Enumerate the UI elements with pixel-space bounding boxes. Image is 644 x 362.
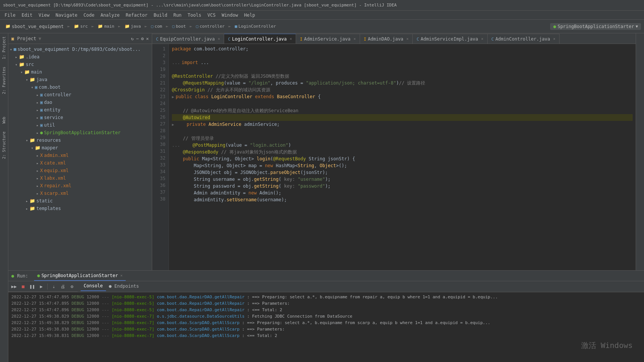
side-tab-project[interactable]: 1: Project: [2, 36, 6, 59]
fold-marker[interactable]: ...: [172, 143, 180, 148]
log-line: 2022-12-27 15:47:47.896 DEBUG 12000 --- …: [11, 307, 641, 313]
side-tab-web[interactable]: Web: [2, 117, 6, 124]
code-line-21: @RequestMapping(value = "/login", produc…: [172, 80, 633, 86]
code-line-25: // @Autowired的作用是自动注入依赖的ServiceBean: [172, 107, 633, 114]
fold-icon[interactable]: ▶: [172, 95, 174, 99]
tab-close-AdminController[interactable]: ×: [553, 37, 555, 41]
log-line: 2022-12-27 15:47:47.895 DEBUG 12000 --- …: [11, 300, 641, 307]
code-line-28: [172, 128, 633, 135]
run-pause-btn[interactable]: ❚❚: [28, 282, 36, 291]
hide-icon[interactable]: ✕: [146, 36, 149, 41]
fold-icon[interactable]: ▶: [172, 122, 174, 127]
code-line-32: public Map<String, Object> login(@Reques…: [172, 155, 633, 162]
editor-tab-AdminServiceImpl[interactable]: CAdminServiceImpl.java×: [413, 34, 487, 44]
left-side-tabs: 1: Project 2: Favorites Web 2: Structure: [0, 33, 8, 362]
breadcrumb-com[interactable]: ▢ com: [149, 23, 165, 30]
code-line-37: Admin adminEntity = new Admin();: [172, 190, 633, 196]
tree-item-templates[interactable]: ▸📁templates: [8, 205, 152, 212]
menu-item-vcs[interactable]: VCS: [204, 12, 219, 19]
tree-item-static[interactable]: ▸📁static: [8, 197, 152, 205]
tree-item-controller[interactable]: ▸▣controller: [8, 91, 152, 99]
run-scroll-end-btn[interactable]: ⇣: [50, 282, 58, 291]
editor-tab-AdminService[interactable]: IAdminService.java×: [296, 34, 360, 44]
breadcrumb-main[interactable]: 📁 main: [95, 23, 117, 30]
tree-item-equip.xml[interactable]: ▸Xequip.xml: [8, 167, 152, 174]
menu-item-window[interactable]: Window: [218, 12, 241, 19]
tab-close-EquipController[interactable]: ×: [218, 37, 220, 41]
run-settings-btn[interactable]: ⚙: [68, 282, 76, 291]
project-tree: ▾■sboot_vue_equipment D:/tmp/6893/Code/s…: [8, 44, 152, 270]
tree-item-repair.xml[interactable]: ▸Xrepair.xml: [8, 182, 152, 190]
run-config-selector[interactable]: ● SpringBootApplicationStarter ▼: [550, 23, 641, 30]
code-line-35: String username = obj.getString( key: "u…: [172, 176, 633, 183]
run-tab-endpoints[interactable]: ● Endpoints: [106, 281, 142, 291]
breadcrumb-controller[interactable]: ▢ controller: [194, 23, 227, 30]
tree-item-mapper[interactable]: ▾📁mapper: [8, 144, 152, 152]
run-restart-btn[interactable]: ▶▶: [10, 282, 18, 291]
side-tab-favorites[interactable]: 2: Favorites: [2, 67, 6, 94]
tab-close-AdminServiceImpl[interactable]: ×: [481, 37, 483, 41]
tree-item-admin.xml[interactable]: ▸Xadmin.xml: [8, 152, 152, 159]
breadcrumb-java[interactable]: 📁 java: [122, 23, 143, 30]
collapse-icon[interactable]: −: [136, 36, 139, 41]
run-config-name: SpringBootApplicationStarter: [558, 24, 634, 29]
log-line: 2022-12-27 15:49:38.829 DEBUG 12000 --- …: [11, 320, 641, 326]
menu-item-build[interactable]: Build: [151, 12, 170, 19]
code-editor[interactable]: 1231920212223242526272829303132333435363…: [152, 44, 636, 270]
tab-close-LoginController[interactable]: ×: [290, 37, 292, 41]
tree-item-idea[interactable]: ▸📁.idea: [8, 53, 152, 61]
breadcrumb-src-label: src: [80, 24, 88, 29]
side-tab-structure[interactable]: 2: Structure: [2, 132, 6, 159]
tree-item-main[interactable]: ▾📁main: [8, 68, 152, 76]
code-line-24: [172, 100, 633, 107]
breadcrumb-src[interactable]: 📁 src: [72, 23, 90, 30]
breadcrumb-logincontroller[interactable]: ■ LoginController: [232, 23, 278, 30]
tree-item-cate.xml[interactable]: ▸Xcate.xml: [8, 159, 152, 167]
tree-item-util[interactable]: ▸▣util: [8, 121, 152, 129]
code-line-26: @Autowired: [172, 114, 633, 121]
run-print-btn[interactable]: 🖨: [59, 282, 67, 291]
breadcrumb-boot[interactable]: ▢ boot: [170, 23, 188, 30]
menu-item-analyze[interactable]: Analyze: [97, 12, 123, 19]
settings-icon[interactable]: ⚙: [141, 36, 144, 41]
tree-item-SpringBootApplicationStarter[interactable]: ▸●SpringBootApplicationStarter: [8, 129, 152, 136]
menu-item-help[interactable]: Help: [241, 12, 258, 19]
tree-item-dao[interactable]: ▸▣dao: [8, 99, 152, 106]
menu-item-tools[interactable]: Tools: [185, 12, 204, 19]
tree-item-com.boot[interactable]: ▾▣com.boot: [8, 83, 152, 91]
run-panel: ● Run: ● SpringBootApplicationStarter ✕ …: [8, 270, 644, 354]
run-app-name[interactable]: ● SpringBootApplicationStarter ✕: [34, 271, 126, 281]
menu-item-file[interactable]: File: [2, 12, 19, 19]
editor-tab-AdminController[interactable]: CAdminController.java×: [488, 34, 560, 44]
fold-marker[interactable]: ...: [172, 60, 180, 65]
code-line-31: @ResponseBody // 将java对象转为json格式的数据: [172, 149, 633, 155]
code-content[interactable]: package com.boot.controller;...import ..…: [169, 44, 636, 270]
sync-icon[interactable]: ↻: [131, 36, 134, 41]
menu-item-refactor[interactable]: Refactor: [123, 12, 151, 19]
code-line-23: ▶public class LoginController extends Ba…: [172, 93, 633, 100]
tree-item-resources[interactable]: ▾📁resources: [8, 136, 152, 144]
editor-tab-AdminDAO[interactable]: IAdminDAO.java×: [360, 34, 413, 44]
menu-item-navigate[interactable]: Navigate: [53, 12, 81, 19]
tree-item-java[interactable]: ▾📁java: [8, 76, 152, 83]
tab-close-AdminDAO[interactable]: ×: [406, 37, 409, 41]
menu-item-run[interactable]: Run: [170, 12, 185, 19]
tree-item-scarp.xml[interactable]: ▸Xscarp.xml: [8, 190, 152, 197]
code-line-20: @RestController //定义为控制器 返回JSON类型数据: [172, 73, 633, 80]
tree-item-sboot_vue_equipment[interactable]: ▾■sboot_vue_equipment D:/tmp/6893/Code/s…: [8, 45, 152, 53]
title-bar: sboot_vue_equipment [D:\tmp\6893\Code\sb…: [0, 0, 644, 11]
run-resume-btn[interactable]: ▶: [37, 282, 45, 291]
run-tab-console[interactable]: Console: [81, 281, 106, 291]
run-tabs: Console ● Endpoints: [81, 281, 142, 292]
menu-item-code[interactable]: Code: [81, 12, 98, 19]
menu-item-view[interactable]: View: [36, 12, 53, 19]
tree-item-entity[interactable]: ▸▣entity: [8, 106, 152, 114]
tab-close-AdminService[interactable]: ×: [354, 37, 356, 41]
tree-item-service[interactable]: ▸▣service: [8, 114, 152, 121]
menu-item-edit[interactable]: Edit: [19, 12, 36, 19]
editor-tab-LoginController[interactable]: CLoginController.java×: [224, 34, 296, 44]
tree-item-labx.xml[interactable]: ▸Xlabx.xml: [8, 174, 152, 182]
tree-item-src[interactable]: ▾📁src: [8, 61, 152, 68]
run-stop-btn[interactable]: ■: [19, 282, 27, 291]
editor-tab-EquipController[interactable]: CEquipController.java×: [152, 34, 224, 44]
